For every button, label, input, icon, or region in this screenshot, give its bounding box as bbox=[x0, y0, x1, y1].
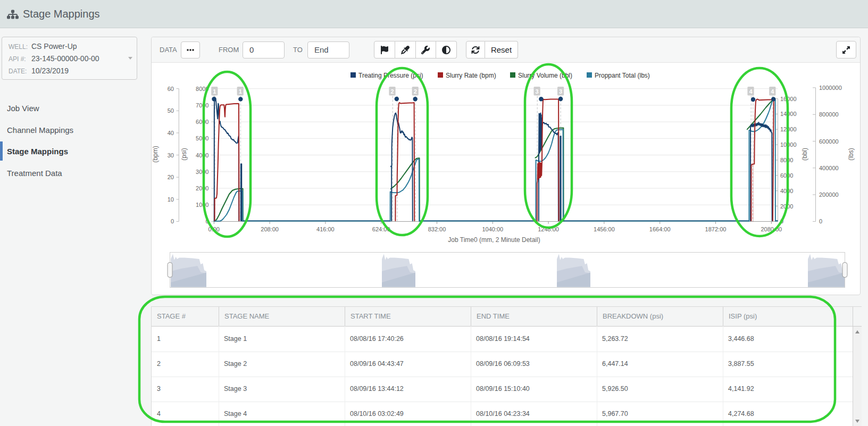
svg-text:800000: 800000 bbox=[819, 111, 839, 118]
svg-text:20: 20 bbox=[168, 174, 174, 180]
svg-text:2080:00: 2080:00 bbox=[761, 226, 782, 232]
svg-text:5000: 5000 bbox=[196, 135, 208, 141]
svg-text:2000: 2000 bbox=[780, 203, 793, 210]
svg-text:4: 4 bbox=[771, 88, 774, 95]
svg-text:Proppant Total (lbs): Proppant Total (lbs) bbox=[595, 72, 650, 79]
svg-text:624:00: 624:00 bbox=[372, 226, 390, 232]
svg-text:(lbs): (lbs) bbox=[847, 148, 855, 160]
svg-text:Slurry Rate (bpm): Slurry Rate (bpm) bbox=[446, 72, 496, 79]
svg-text:3: 3 bbox=[559, 88, 562, 95]
svg-text:400000: 400000 bbox=[819, 165, 839, 171]
svg-text:(bbl): (bbl) bbox=[801, 148, 808, 161]
svg-text:0: 0 bbox=[171, 218, 174, 224]
svg-text:6000: 6000 bbox=[196, 119, 208, 125]
svg-text:30: 30 bbox=[168, 152, 174, 158]
svg-text:3: 3 bbox=[536, 88, 539, 95]
svg-text:1000: 1000 bbox=[196, 202, 208, 208]
svg-text:0: 0 bbox=[780, 218, 783, 224]
svg-text:(psi): (psi) bbox=[180, 148, 188, 160]
svg-text:Slurry Volume (bbl): Slurry Volume (bbl) bbox=[518, 72, 572, 79]
svg-text:8000: 8000 bbox=[196, 86, 208, 92]
svg-text:4: 4 bbox=[749, 88, 753, 95]
svg-text:208:00: 208:00 bbox=[261, 226, 279, 232]
svg-text:416:00: 416:00 bbox=[316, 226, 335, 232]
svg-text:600000: 600000 bbox=[819, 138, 839, 145]
svg-text:40: 40 bbox=[168, 130, 174, 136]
svg-text:1: 1 bbox=[213, 88, 216, 95]
svg-text:2: 2 bbox=[414, 88, 417, 95]
svg-text:Job Time0 (mm, 2 Minute Detail: Job Time0 (mm, 2 Minute Detail) bbox=[448, 236, 540, 244]
svg-text:1664:00: 1664:00 bbox=[649, 226, 671, 232]
svg-text:1248:00: 1248:00 bbox=[538, 226, 559, 232]
svg-text:1000000: 1000000 bbox=[819, 85, 842, 91]
svg-text:10: 10 bbox=[168, 196, 174, 203]
svg-text:3000: 3000 bbox=[196, 169, 208, 175]
svg-text:7000: 7000 bbox=[196, 102, 208, 108]
svg-text:Treating Pressure (psi): Treating Pressure (psi) bbox=[358, 72, 423, 79]
svg-text:12000: 12000 bbox=[780, 126, 797, 132]
svg-text:60: 60 bbox=[168, 86, 174, 92]
svg-text:0: 0 bbox=[819, 218, 822, 224]
svg-text:1872:00: 1872:00 bbox=[705, 226, 727, 232]
svg-text:8000: 8000 bbox=[780, 157, 793, 163]
svg-text:2: 2 bbox=[390, 88, 394, 95]
svg-text:10000: 10000 bbox=[780, 141, 797, 148]
svg-text:1456:00: 1456:00 bbox=[594, 226, 615, 232]
svg-text:0: 0 bbox=[205, 218, 208, 224]
svg-text:200000: 200000 bbox=[819, 191, 839, 198]
svg-text:14000: 14000 bbox=[780, 111, 797, 117]
svg-text:2000: 2000 bbox=[196, 185, 208, 191]
svg-text:(bpm): (bpm) bbox=[152, 146, 159, 162]
svg-text:832:00: 832:00 bbox=[428, 226, 446, 232]
svg-text:1: 1 bbox=[239, 88, 242, 95]
svg-text:4000: 4000 bbox=[780, 188, 793, 194]
svg-text:4000: 4000 bbox=[196, 152, 208, 158]
svg-text:1040:00: 1040:00 bbox=[482, 226, 503, 232]
svg-text:6000: 6000 bbox=[780, 172, 793, 179]
svg-text:16000: 16000 bbox=[780, 96, 797, 102]
svg-text:0:00: 0:00 bbox=[208, 226, 220, 232]
svg-text:50: 50 bbox=[168, 107, 174, 114]
